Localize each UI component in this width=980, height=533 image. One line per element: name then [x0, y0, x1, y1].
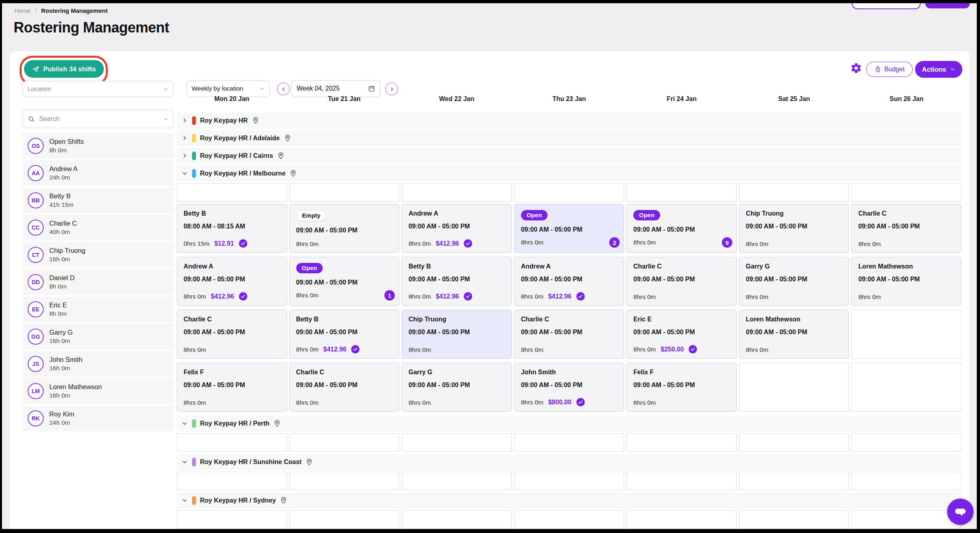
- chevron-right-icon[interactable]: [182, 135, 188, 141]
- shift-card[interactable]: Open09:00 AM - 05:00 PM8hrs 0m1: [289, 257, 400, 306]
- sidebar-person-row[interactable]: EEEric E8h 0m: [22, 297, 174, 322]
- shift-card[interactable]: Andrew A09:00 AM - 05:00 PM8hrs 0m$412.9…: [177, 257, 287, 306]
- sidebar-person-row[interactable]: CCCharlie C40h 0m: [22, 215, 174, 240]
- empty-cell[interactable]: [739, 510, 849, 529]
- empty-cell[interactable]: [177, 433, 287, 452]
- shift-card[interactable]: Charlie C09:00 AM - 05:00 PM8hrs 0m: [514, 310, 624, 359]
- empty-cell[interactable]: [289, 433, 400, 452]
- shift-card[interactable]: Charlie C09:00 AM - 05:00 PM8hrs 0m: [851, 204, 962, 253]
- empty-cell[interactable]: [514, 183, 624, 202]
- empty-cell[interactable]: [626, 433, 737, 452]
- shift-card[interactable]: John Smith09:00 AM - 05:00 PM8hrs 0m$800…: [514, 363, 624, 412]
- chevron-right-icon[interactable]: [182, 153, 188, 159]
- shift-card[interactable]: Loren Mathewson09:00 AM - 05:00 PM8hrs 0…: [739, 310, 849, 359]
- sidebar-person-row[interactable]: OSOpen Shifts8h 0m: [22, 133, 174, 159]
- shift-card[interactable]: Betty B09:00 AM - 05:00 PM8hrs 0m$412.96: [402, 257, 512, 306]
- empty-cell[interactable]: [514, 472, 624, 490]
- location-group-header[interactable]: Roy Keypay HR / Perth: [177, 416, 962, 432]
- empty-cell[interactable]: [402, 183, 512, 202]
- shift-card[interactable]: Andrew A09:00 AM - 05:00 PM8hrs 0m$412.9…: [514, 257, 624, 306]
- sidebar-person-row[interactable]: AAAndrew A24h 0m: [22, 160, 174, 186]
- sidebar-person-row[interactable]: BBBetty B41h 15m: [22, 188, 174, 213]
- shift-card[interactable]: Felix F09:00 AM - 05:00 PM8hrs 0m: [626, 363, 737, 412]
- empty-cell[interactable]: [739, 183, 849, 202]
- empty-cell[interactable]: [851, 510, 962, 529]
- sidebar-person-row[interactable]: RKRoy Kim24h 0m: [22, 406, 174, 431]
- empty-cell[interactable]: [177, 472, 287, 490]
- sidebar-person-row[interactable]: JSJohn Smith16h 0m: [22, 351, 174, 377]
- view-mode-select[interactable]: Weekly by location: [186, 80, 270, 97]
- location-group-header[interactable]: Roy Keypay HR / Cairns: [177, 148, 962, 164]
- breadcrumb-home-link[interactable]: Home: [14, 7, 30, 14]
- empty-cell[interactable]: [851, 472, 962, 490]
- empty-cell[interactable]: [514, 510, 624, 529]
- empty-cell[interactable]: [626, 510, 737, 529]
- search-input[interactable]: [38, 115, 160, 123]
- shift-card[interactable]: Felix F09:00 AM - 05:00 PM8hrs 0m: [177, 363, 287, 412]
- shift-card[interactable]: Charlie C09:00 AM - 05:00 PM8hrs 0m: [289, 363, 400, 412]
- empty-cell[interactable]: [177, 510, 287, 529]
- empty-cell[interactable]: [851, 310, 962, 359]
- shift-card[interactable]: Charlie C09:00 AM - 05:00 PM8hrs 0m: [626, 257, 737, 306]
- empty-cell[interactable]: [739, 363, 849, 412]
- chevron-down-icon[interactable]: [182, 497, 188, 504]
- chevron-down-icon[interactable]: [182, 459, 188, 465]
- person-hours: 16h 0m: [49, 392, 102, 399]
- shift-card[interactable]: Open09:00 AM - 05:00 PM8hrs 0m2: [514, 204, 624, 253]
- location-group-header[interactable]: Roy Keypay HR / Sunshine Coast: [177, 454, 962, 470]
- gear-icon[interactable]: [850, 62, 862, 74]
- empty-cell[interactable]: [402, 433, 512, 452]
- empty-cell[interactable]: [289, 472, 400, 490]
- shift-card[interactable]: Chip Truong09:00 AM - 05:00 PM8hrs 0m: [739, 204, 849, 253]
- sidebar-person-row[interactable]: GGGarry G16h 0m: [22, 324, 174, 349]
- empty-cell[interactable]: [739, 433, 849, 452]
- empty-cell[interactable]: [626, 183, 737, 202]
- shift-card[interactable]: Betty B08:00 AM - 08:15 AM0hrs 15m$12.91: [177, 204, 287, 253]
- sidebar-person-row[interactable]: LMLoren Mathewson16h 0m: [22, 378, 174, 404]
- clipped-toolbar-button-outlined[interactable]: [852, 3, 921, 9]
- chat-bubble-button[interactable]: [947, 499, 974, 525]
- actions-button[interactable]: Actions: [915, 61, 962, 78]
- next-week-button[interactable]: [385, 83, 398, 95]
- empty-cell[interactable]: [626, 472, 737, 490]
- empty-cell[interactable]: [289, 510, 400, 529]
- empty-cell[interactable]: [402, 472, 512, 490]
- shift-card[interactable]: Garry G09:00 AM - 05:00 PM8hrs 0m: [402, 363, 512, 412]
- shift-card[interactable]: Open09:00 AM - 05:00 PM8hrs 0m9: [626, 204, 737, 253]
- clipped-toolbar-button-filled[interactable]: [925, 3, 970, 8]
- location-color-icon: [192, 116, 196, 125]
- location-filter-select[interactable]: Location: [22, 81, 174, 97]
- empty-cell[interactable]: [739, 472, 849, 490]
- shift-card[interactable]: Loren Mathewson09:00 AM - 05:00 PM8hrs 0…: [851, 257, 962, 306]
- empty-cell[interactable]: [851, 363, 962, 412]
- empty-cell[interactable]: [402, 510, 512, 529]
- chevron-down-icon[interactable]: [182, 170, 188, 177]
- employee-search-box[interactable]: [22, 110, 174, 128]
- empty-cell[interactable]: [289, 183, 400, 202]
- location-group-header[interactable]: Roy Keypay HR / Adelaide: [177, 130, 962, 146]
- location-group-header[interactable]: Roy Keypay HR / Melbourne: [177, 166, 962, 182]
- empty-cell[interactable]: [851, 433, 962, 452]
- location-group-header[interactable]: Roy Keypay HR: [177, 113, 962, 129]
- shift-card[interactable]: Eric E09:00 AM - 05:00 PM8hrs 0m$250.00: [626, 310, 737, 359]
- shift-card[interactable]: Garry G09:00 AM - 05:00 PM8hrs 0m: [739, 257, 849, 306]
- shift-card[interactable]: Empty09:00 AM - 05:00 PM8hrs 0m: [289, 204, 400, 253]
- empty-cell[interactable]: [851, 183, 962, 202]
- empty-cell[interactable]: [514, 433, 624, 452]
- sidebar-person-row[interactable]: DDDaniel D8h 0m: [22, 269, 174, 295]
- chevron-down-icon[interactable]: [182, 420, 188, 427]
- shift-card[interactable]: Charlie C09:00 AM - 05:00 PM8hrs 0m: [177, 310, 287, 359]
- budget-button[interactable]: Budget: [866, 62, 913, 77]
- empty-cell[interactable]: [177, 183, 287, 202]
- sidebar-person-row[interactable]: CTChip Truong16h 0m: [22, 242, 174, 268]
- shift-card[interactable]: Andrew A09:00 AM - 05:00 PM8hrs 0m$412.9…: [402, 204, 512, 253]
- open-badge: Open: [521, 210, 548, 220]
- publish-shifts-button[interactable]: Publish 34 shifts: [24, 60, 104, 78]
- chevron-right-icon[interactable]: [182, 117, 188, 124]
- previous-week-button[interactable]: [277, 83, 290, 95]
- shift-card[interactable]: Betty B09:00 AM - 05:00 PM8hrs 0m$412.96: [289, 310, 400, 359]
- shift-card[interactable]: Chip Truong09:00 AM - 05:00 PM8hrs 0m: [402, 310, 512, 359]
- week-picker-input[interactable]: Week 04, 2025: [291, 80, 380, 97]
- location-group-header[interactable]: Roy Keypay HR / Sydney: [177, 493, 962, 509]
- day-header: Sat 25 Jan: [739, 95, 849, 103]
